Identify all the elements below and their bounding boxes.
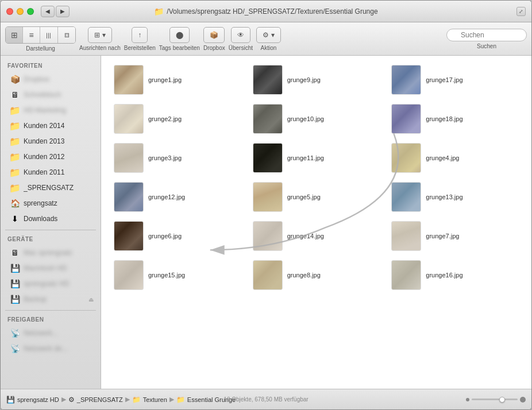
house-icon: 🏠 (10, 198, 20, 208)
dropbox-button[interactable]: 📦 (203, 27, 225, 43)
file-thumb-grunge7 (391, 221, 421, 251)
file-item-grunge2[interactable]: grunge2.jpg (110, 102, 245, 136)
tags-label: Tags bearbeiten (159, 45, 200, 51)
maximize-button[interactable] (27, 8, 34, 15)
slider-track[interactable] (472, 399, 518, 400)
back-button[interactable]: ◀ (41, 6, 55, 17)
sidebar-hd-marketing-label: HD-Marketing (24, 106, 66, 114)
sidebar-eject-button[interactable]: ⏏ (88, 296, 94, 303)
sidebar-item-sprengsatz-folder[interactable]: 📁 _SPRENGSATZ (3, 180, 98, 195)
sidebar-item-macintosh-hd[interactable]: 💾 Macintosh HD (3, 261, 98, 276)
file-item-grunge17[interactable]: grunge17.jpg (388, 63, 522, 97)
file-name-grunge17: grunge17.jpg (426, 76, 462, 83)
ubersicht-label: Übersicht (229, 45, 253, 51)
sidebar-item-kunden2011[interactable]: 📁 Kunden 2011 (3, 165, 98, 180)
sidebar-item-hd-marketing[interactable]: 📁 HD-Marketing (3, 103, 98, 118)
sidebar: FAVORITEN 📦 Dropbox 🖥 Schreibtisch 📁 HD-… (1, 56, 101, 389)
sidebar-item-mac-sprengsatz[interactable]: 🖥 Mac sprengsatz (3, 245, 98, 260)
sidebar-item-schreibtisch[interactable]: 🖥 Schreibtisch (3, 87, 98, 102)
sidebar-item-backup[interactable]: 💾 Backup ⏏ (3, 292, 98, 307)
search-input[interactable] (446, 29, 527, 41)
expand-button[interactable]: ⤢ (516, 7, 526, 16)
slider-thumb[interactable] (499, 397, 505, 403)
file-item-grunge5[interactable]: grunge5.jpg (249, 180, 384, 214)
column-view-button[interactable]: ⫼ (40, 27, 58, 43)
breadcrumb-gear-icon: ⚙ (68, 396, 75, 404)
favoriten-header: FAVORITEN (1, 60, 101, 71)
dropbox-label: Dropbox (203, 45, 225, 51)
statusbar: 💾 sprengsatz HD ▶ ⚙ _SPRENGSATZ ▶ 📁 Text… (1, 389, 531, 409)
file-name-grunge15: grunge15.jpg (148, 272, 185, 279)
file-item-grunge10[interactable]: grunge10.jpg (249, 102, 384, 136)
sidebar-item-sprengsatz-hd[interactable]: 💾 sprengsatz HD (3, 276, 98, 291)
sidebar-mac-label: Mac sprengsatz (24, 249, 72, 257)
zoom-slider[interactable] (466, 397, 526, 403)
sort-button[interactable]: ⊞▾ (88, 27, 112, 43)
tags-button[interactable]: ⬤ (169, 27, 190, 43)
coverflow-view-button[interactable]: ⧈ (58, 27, 75, 43)
file-item-grunge11[interactable]: grunge11.jpg (249, 141, 384, 175)
sidebar-sprengsatz-folder-label: _SPRENGSATZ (24, 184, 74, 192)
gerate-header: GERÄTE (1, 234, 101, 245)
bereitstellen-label: Bereitstellen (124, 45, 156, 51)
sidebar-divider-2 (5, 310, 96, 311)
file-item-grunge9[interactable]: grunge9.jpg (249, 63, 384, 97)
minimize-button[interactable] (17, 8, 24, 15)
file-item-grunge15[interactable]: grunge15.jpg (110, 258, 245, 292)
macintosh-hd-icon: 💾 (10, 263, 20, 273)
finder-window: ◀ ▶ 📁 /Volumes/sprengsatz HD/_SPRENGSATZ… (0, 0, 532, 410)
sidebar-item-dropbox[interactable]: 📦 Dropbox (3, 72, 98, 87)
gear-icon: ⚙ (263, 31, 269, 39)
sidebar-item-kunden2014[interactable]: 📁 Kunden 2014 (3, 118, 98, 133)
file-item-grunge13[interactable]: grunge13.jpg (388, 180, 522, 214)
file-thumb-grunge5 (253, 182, 283, 212)
sidebar-item-kunden2013[interactable]: 📁 Kunden 2013 (3, 134, 98, 149)
list-view-button[interactable]: ≡ (23, 27, 40, 43)
sidebar-item-kunden2012[interactable]: 📁 Kunden 2012 (3, 149, 98, 164)
sidebar-item-downloads[interactable]: ⬇ Downloads (3, 211, 98, 226)
dropbox-sidebar-icon: 📦 (10, 74, 20, 84)
sidebar-item-netzwerk2[interactable]: 📡 Netzwerk de... (3, 341, 98, 356)
file-item-grunge14[interactable]: grunge14.jpg (249, 219, 384, 253)
sidebar-dropbox-label: Dropbox (24, 75, 49, 83)
breadcrumb-folder-icon: 📁 (132, 396, 141, 404)
sidebar-item-sprengsatz-home[interactable]: 🏠 sprengsatz (3, 196, 98, 211)
file-item-grunge7[interactable]: grunge7.jpg (388, 219, 522, 253)
file-name-grunge5: grunge5.jpg (287, 194, 321, 200)
forward-button[interactable]: ▶ (56, 6, 70, 17)
close-button[interactable] (6, 8, 13, 15)
icon-view-button[interactable]: ⊞ (6, 27, 23, 43)
tags-group: ⬤ Tags bearbeiten (159, 27, 200, 51)
breadcrumb-sprengsatz-hd[interactable]: 💾 sprengsatz HD (6, 396, 59, 404)
file-thumb-grunge8 (253, 260, 283, 290)
file-item-grunge12[interactable]: grunge12.jpg (110, 180, 245, 214)
sidebar-item-netzwerk1[interactable]: 📡 Netzwerk... (3, 326, 98, 341)
zoom-small-icon (466, 398, 469, 401)
breadcrumb-hd-icon: 💾 (6, 396, 15, 404)
file-name-grunge6: grunge6.jpg (148, 233, 182, 239)
file-item-grunge16[interactable]: grunge16.jpg (388, 258, 522, 292)
preview-button[interactable]: 👁 (231, 27, 250, 43)
file-item-grunge1[interactable]: grunge1.jpg (110, 63, 245, 97)
action-button[interactable]: ⚙▾ (256, 27, 281, 43)
file-name-grunge8: grunge8.jpg (287, 272, 321, 279)
breadcrumb-sprengsatz[interactable]: ⚙ _SPRENGSATZ (68, 396, 123, 404)
file-item-grunge4[interactable]: grunge4.jpg (388, 141, 522, 175)
breadcrumb-sep-2: ▶ (125, 396, 130, 403)
breadcrumb-texturen[interactable]: 📁 Texturen (132, 396, 167, 404)
file-item-grunge18[interactable]: grunge18.jpg (388, 102, 522, 136)
file-area-wrapper: grunge1.jpg grunge9.jpg grunge17.jpg gru… (101, 56, 531, 389)
schreibtisch-icon: 🖥 (10, 90, 20, 100)
file-thumb-grunge12 (114, 182, 144, 212)
file-area: grunge1.jpg grunge9.jpg grunge17.jpg gru… (101, 56, 531, 299)
sidebar-sprengsatz-home-label: sprengsatz (24, 199, 57, 207)
file-item-grunge6[interactable]: grunge6.jpg (110, 219, 245, 253)
view-group: ⊞ ≡ ⫼ ⧈ Darstellung (5, 26, 76, 52)
file-name-grunge9: grunge9.jpg (287, 76, 321, 83)
folder-icon: 📁 (154, 7, 164, 16)
share-button[interactable]: ↑ (132, 27, 148, 43)
file-item-grunge3[interactable]: grunge3.jpg (110, 141, 245, 175)
breadcrumb-sep-1: ▶ (61, 396, 66, 403)
breadcrumb-texturen-label: Texturen (143, 396, 167, 403)
file-item-grunge8[interactable]: grunge8.jpg (249, 258, 384, 292)
